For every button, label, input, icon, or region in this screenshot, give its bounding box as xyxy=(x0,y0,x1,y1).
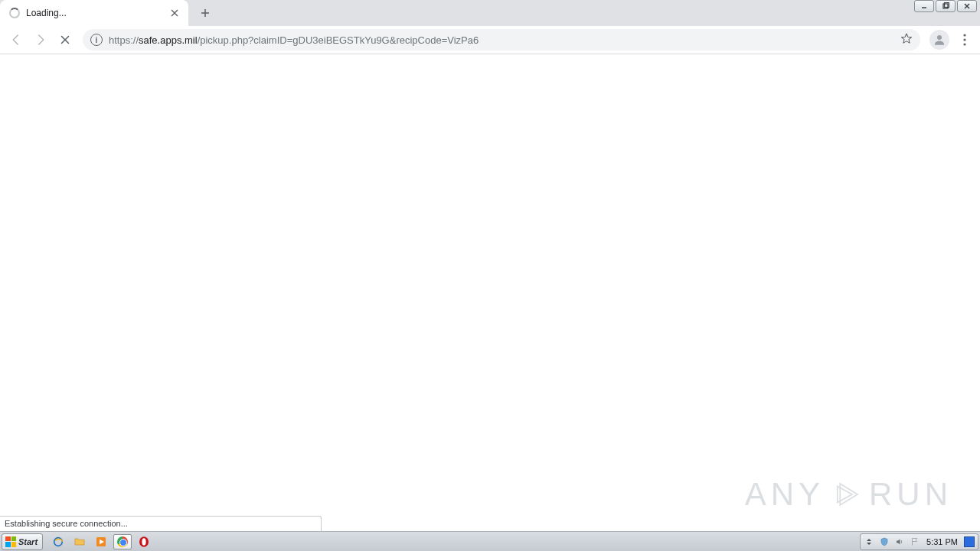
browser-menu-button[interactable] xyxy=(954,29,975,51)
profile-avatar-button[interactable] xyxy=(929,30,949,50)
tray-flag-icon[interactable] xyxy=(910,536,920,547)
start-label: Start xyxy=(18,537,38,546)
taskbar-media-icon[interactable] xyxy=(92,534,110,549)
start-button[interactable]: Start xyxy=(2,533,43,550)
status-text: Establishing secure connection... xyxy=(5,519,128,528)
window-controls xyxy=(914,0,980,14)
page-content xyxy=(0,54,980,531)
taskbar-explorer-icon[interactable] xyxy=(70,534,89,549)
window-maximize-button[interactable] xyxy=(936,0,956,12)
taskbar-opera-icon[interactable] xyxy=(135,534,153,549)
svg-point-11 xyxy=(937,35,942,40)
quick-launch xyxy=(49,534,153,549)
taskbar: Start 5:31 PM xyxy=(0,531,980,551)
browser-tab[interactable]: Loading... xyxy=(0,0,188,26)
address-bar[interactable]: i https://safe.apps.mil/pickup.php?claim… xyxy=(83,29,920,51)
windows-logo-icon xyxy=(5,536,16,547)
chrome-logo-icon xyxy=(117,536,128,547)
status-bar: Establishing secure connection... xyxy=(0,516,322,531)
svg-point-12 xyxy=(963,34,965,36)
svg-point-13 xyxy=(963,38,965,41)
taskbar-ie-icon[interactable] xyxy=(49,534,67,549)
new-tab-button[interactable] xyxy=(194,2,216,24)
tab-strip: Loading... xyxy=(0,0,980,26)
window-minimize-button[interactable] xyxy=(914,0,934,12)
tab-title: Loading... xyxy=(26,8,162,18)
url-path: /pickup.php?claimID=gDU3eiBEGSTkYu9G&rec… xyxy=(198,34,479,46)
tray-volume-icon[interactable] xyxy=(894,536,905,547)
stop-button[interactable] xyxy=(54,28,77,51)
tray-expand-icon[interactable] xyxy=(864,536,874,547)
loading-spinner-icon xyxy=(9,8,20,18)
system-tray: 5:31 PM xyxy=(860,533,978,550)
back-button[interactable] xyxy=(5,28,28,51)
svg-point-14 xyxy=(963,43,965,45)
svg-point-21 xyxy=(142,538,145,545)
url-text: https://safe.apps.mil/pickup.php?claimID… xyxy=(109,34,894,46)
url-scheme: https:// xyxy=(109,34,139,46)
show-desktop-button[interactable] xyxy=(964,536,975,547)
taskbar-chrome-icon[interactable] xyxy=(113,534,132,549)
forward-button[interactable] xyxy=(29,28,52,51)
url-host: safe.apps.mil xyxy=(139,34,198,46)
site-info-icon[interactable]: i xyxy=(90,34,103,46)
browser-toolbar: i https://safe.apps.mil/pickup.php?claim… xyxy=(0,26,980,54)
tab-close-button[interactable] xyxy=(168,7,181,19)
window-close-button[interactable] xyxy=(957,0,977,12)
tray-clock[interactable]: 5:31 PM xyxy=(925,537,959,546)
bookmark-star-icon[interactable] xyxy=(900,32,913,47)
tray-shield-icon[interactable] xyxy=(879,536,890,547)
